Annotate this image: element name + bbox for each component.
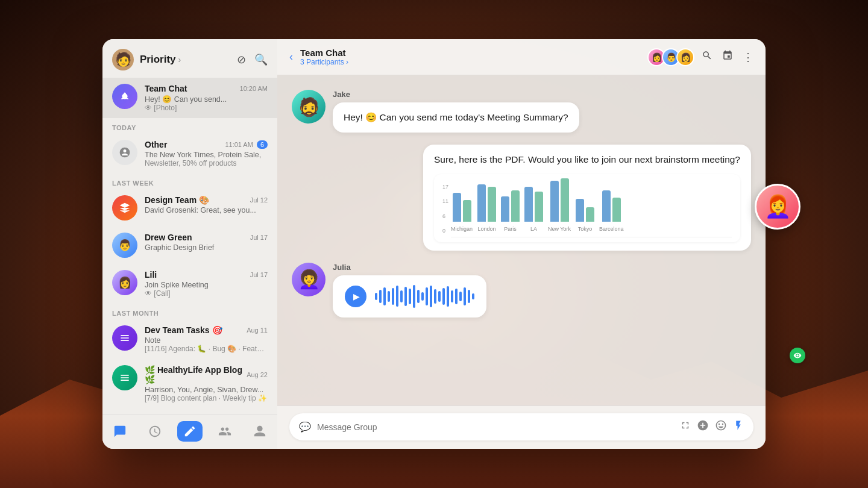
- wave-bar: [464, 287, 466, 305]
- floating-contact-avatar[interactable]: 👩‍🦰: [755, 184, 800, 230]
- list-item[interactable]: Other 11:01 AM 6 The New York Times, Pro…: [102, 134, 277, 174]
- chat-header-actions: ⋮: [702, 50, 753, 64]
- item-content: Dev Team Tasks 🎯 Aug 11 Note [11/16] Age…: [145, 325, 268, 353]
- add-button[interactable]: [697, 419, 709, 434]
- play-icon: ▶: [353, 292, 360, 301]
- chevron-right-icon: ›: [178, 55, 181, 64]
- bar-label: Paris: [504, 225, 517, 233]
- list-item[interactable]: 👨 Drew Green Jul 17 Graphic Design Brief: [102, 227, 277, 264]
- item-preview2: [7/9] Blog content plan · Weekly tip ✨: [145, 394, 268, 402]
- message-bubble-wrap: Julia ▶: [333, 263, 486, 318]
- section-today: TODAY: [102, 118, 277, 134]
- sender-avatar: 🧔: [292, 90, 326, 124]
- bottom-nav: [102, 414, 277, 449]
- expand-button[interactable]: [680, 420, 691, 434]
- item-preview: David Grosenki: Great, see you...: [145, 206, 268, 214]
- avatar: [112, 325, 137, 351]
- conversation-list: Team Chat 10:20 AM Hey! 😊 Can you send..…: [102, 78, 277, 414]
- chat-title: Team Chat: [300, 48, 640, 58]
- chat-area: ‹ Team Chat 3 Participants › 👩 👨 👩: [277, 39, 766, 449]
- list-item[interactable]: Dev Team Tasks 🎯 Aug 11 Note [11/16] Age…: [102, 319, 277, 359]
- list-item[interactable]: 👩 Lili Jul 17 Join Spike Meeting 👁 [Call…: [102, 264, 277, 304]
- filter-button[interactable]: ⊘: [237, 53, 246, 66]
- item-name: Design Team 🎨: [145, 195, 209, 205]
- wave-bar: [430, 286, 432, 307]
- item-preview2: 👁 [Call]: [145, 289, 268, 298]
- message-incoming: 🧔 Jake Hey! 😊 Can you send me today's Me…: [292, 90, 579, 133]
- bar-label: Michigan: [451, 225, 473, 233]
- nav-users-button[interactable]: [212, 421, 237, 442]
- bar-label: London: [477, 225, 495, 233]
- y-label: 11: [442, 198, 448, 205]
- input-row: 💬: [289, 413, 753, 440]
- sidebar-title-row: Priority ›: [140, 54, 231, 66]
- participants-link[interactable]: 3 Participants ›: [300, 58, 640, 66]
- play-button[interactable]: ▶: [345, 286, 366, 307]
- item-preview2: Newsletter, 50% off products: [145, 159, 268, 167]
- nav-profile-button[interactable]: [247, 421, 272, 442]
- item-preview: Graphic Design Brief: [145, 243, 268, 252]
- list-item[interactable]: 🌿 HealthyLife App Blog 🌿 Aug 22 Harrison…: [102, 359, 277, 408]
- wave-bar: [426, 287, 428, 305]
- chat-header: ‹ Team Chat 3 Participants › 👩 👨 👩: [277, 39, 766, 75]
- section-last-month: LAST MONTH: [102, 304, 277, 319]
- avatar: [112, 195, 137, 221]
- participant-avatars: 👩 👨 👩: [647, 48, 694, 66]
- item-name: 🌿 HealthyLife App Blog 🌿: [145, 365, 247, 384]
- avatar: 👩: [112, 270, 137, 295]
- message-list: 🧔 Jake Hey! 😊 Can you send me today's Me…: [277, 75, 766, 405]
- emoji-button[interactable]: [715, 419, 727, 434]
- message-bubble-out: Sure, here is the PDF. Would you like to…: [423, 145, 751, 250]
- item-content: Team Chat 10:20 AM Hey! 😊 Can you send..…: [145, 84, 268, 112]
- y-label: 17: [442, 183, 448, 191]
- item-preview2: [11/16] Agenda: 🐛 · Bug 🎨 · Feature ⚙: [145, 345, 268, 353]
- status-badge: [790, 348, 805, 363]
- avatar: 👨: [112, 233, 137, 258]
- item-preview: Harrison, You, Angie, Sivan, Drew...: [145, 386, 268, 394]
- item-content: Other 11:01 AM 6 The New York Times, Pro…: [145, 140, 268, 167]
- item-name: Team Chat: [145, 84, 187, 93]
- bar-newyork: New York: [548, 178, 571, 233]
- message-input[interactable]: [317, 422, 674, 432]
- nav-chat-button[interactable]: [107, 421, 133, 442]
- wave-bar: [413, 285, 415, 308]
- lightning-button[interactable]: [733, 420, 744, 434]
- wave-bar: [392, 288, 394, 305]
- sender-name: Jake: [333, 90, 579, 99]
- wave-bar: [451, 290, 453, 302]
- item-content: Design Team 🎨 Jul 12 David Grosenki: Gre…: [145, 195, 268, 214]
- message-bubble-wrap: Jake Hey! 😊 Can you send me today's Meet…: [333, 90, 579, 133]
- list-item[interactable]: Team Chat 10:20 AM Hey! 😊 Can you send..…: [102, 78, 277, 118]
- more-options-button[interactable]: ⋮: [743, 51, 753, 64]
- avatar: [112, 84, 137, 109]
- nav-clock-button[interactable]: [142, 421, 168, 442]
- bar-barcelona: Barcelona: [599, 190, 624, 233]
- bar-label: LA: [530, 225, 537, 233]
- item-name: Lili: [145, 270, 157, 280]
- y-label: 6: [442, 213, 448, 221]
- section-last-week: LAST WEEK: [102, 174, 277, 189]
- sender-avatar: 👩‍🦱: [292, 263, 326, 296]
- search-button[interactable]: 🔍: [254, 53, 268, 66]
- voice-message-bubble: ▶: [333, 275, 486, 318]
- audio-waveform: [375, 285, 474, 308]
- user-avatar: 🧑: [112, 49, 134, 70]
- wave-bar: [421, 292, 424, 301]
- wave-bar: [383, 287, 386, 305]
- list-item[interactable]: Design Team 🎨 Jul 12 David Grosenki: Gre…: [102, 189, 277, 227]
- search-chat-button[interactable]: [702, 50, 712, 64]
- nav-compose-button[interactable]: [177, 421, 203, 442]
- item-name: Drew Green: [145, 233, 192, 242]
- avatar: [112, 365, 137, 390]
- item-preview: Hey! 😊 Can you send...: [145, 95, 268, 104]
- back-button[interactable]: ‹: [289, 51, 293, 63]
- wave-bar: [472, 293, 474, 299]
- chart-container: 17 11 6 0: [434, 174, 740, 242]
- unread-badge: 6: [257, 140, 268, 149]
- list-item[interactable]: 👦 Jake Ford Aug 28 👁 🙌: [102, 408, 277, 414]
- chart-bars: Michigan: [451, 181, 732, 236]
- item-name: Dev Team Tasks 🎯: [145, 325, 222, 335]
- item-time: Jul 17: [250, 234, 268, 241]
- message-voice: 👩‍🦱 Julia ▶: [292, 263, 486, 318]
- calendar-button[interactable]: [722, 50, 733, 64]
